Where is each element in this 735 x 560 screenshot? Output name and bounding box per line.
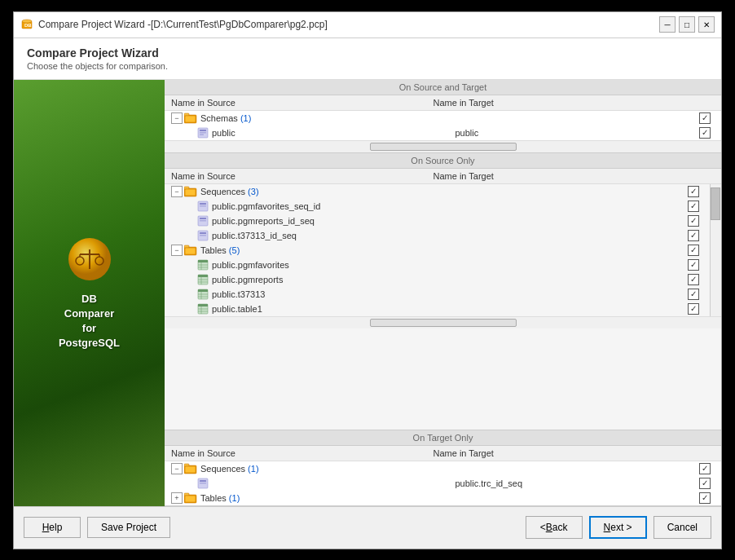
- back-button[interactable]: < Back: [526, 516, 583, 539]
- public-target: public: [452, 128, 696, 138]
- tables-folder-icon: [184, 245, 197, 256]
- svg-rect-27: [200, 232, 206, 234]
- svg-rect-12: [185, 116, 196, 122]
- header-section: Compare Project Wizard Choose the object…: [14, 38, 721, 80]
- tbl-pgmfavorites-row[interactable]: public.pgmfavorites ✓: [165, 258, 710, 272]
- sequences-check-icon[interactable]: ✓: [688, 186, 699, 197]
- seq-t37313-row[interactable]: public.t37313_id_seq ✓: [165, 228, 710, 243]
- minimize-button[interactable]: ─: [659, 16, 676, 33]
- public-checkbox[interactable]: ✓: [695, 127, 715, 139]
- title-bar: DB Compare Project Wizard -[D:\CurrentTe…: [14, 12, 721, 38]
- wizard-title: Compare Project Wizard: [27, 46, 708, 60]
- tbl-pgmfavorites-icon: [197, 259, 209, 271]
- tables-expand-icon[interactable]: −: [171, 245, 183, 256]
- tbl-table1-checkbox[interactable]: ✓: [684, 303, 703, 315]
- seq-t37313-icon: [197, 230, 209, 241]
- to-tables-label: Tables (1): [200, 493, 447, 503]
- sidebar-logo: [65, 235, 114, 284]
- schemas-group-row[interactable]: − Schemas (1) ✓: [165, 111, 721, 126]
- so-hscroll-track[interactable]: [370, 319, 517, 327]
- so-vscroll-thumb[interactable]: [711, 187, 720, 220]
- next-button[interactable]: Next >: [589, 516, 647, 539]
- seq-pgmfavorites-row[interactable]: public.pgmfavorites_seq_id ✓: [165, 199, 710, 214]
- public-label: public: [212, 128, 452, 138]
- so-col-check: [695, 171, 715, 181]
- source-and-target-section: On Source and Target Name in Source Name…: [165, 80, 721, 153]
- schemas-checkbox[interactable]: ✓: [695, 112, 715, 124]
- seq-pgmreports-row[interactable]: public.pgmreports_id_seq ✓: [165, 214, 710, 228]
- to-col-check: [695, 448, 715, 458]
- tables-group-row[interactable]: − Tables (5) ✓: [165, 243, 710, 258]
- tbl-t37313-checkbox[interactable]: ✓: [684, 289, 703, 300]
- bottom-right: < Back Next > Cancel: [526, 516, 711, 539]
- to-sequences-group-row[interactable]: − Sequences (1) ✓: [165, 461, 721, 476]
- to-trc-seq-checkbox[interactable]: ✓: [695, 478, 715, 489]
- to-column-headers: Name in Source Name in Target: [165, 446, 721, 461]
- close-button[interactable]: ✕: [698, 16, 715, 33]
- to-trc-seq-row[interactable]: public.trc_id_seq ✓: [165, 476, 721, 491]
- source-and-target-header: On Source and Target: [165, 80, 721, 95]
- schemas-label: Schemas (1): [200, 113, 447, 123]
- seq-t37313-checkbox[interactable]: ✓: [684, 230, 703, 241]
- svg-rect-56: [200, 480, 206, 482]
- seq-pgmreports-checkbox[interactable]: ✓: [684, 215, 703, 227]
- tbl-pgmreports-icon: [197, 274, 209, 285]
- svg-rect-59: [184, 493, 189, 496]
- to-sequences-expand-icon[interactable]: −: [171, 463, 183, 474]
- sequences-folder-icon: [184, 186, 197, 197]
- svg-rect-28: [200, 235, 206, 236]
- svg-rect-15: [200, 132, 206, 134]
- svg-rect-11: [184, 113, 189, 116]
- svg-text:DB: DB: [24, 23, 32, 28]
- cancel-button[interactable]: Cancel: [654, 516, 711, 539]
- maximize-button[interactable]: □: [679, 16, 695, 33]
- main-window: DB Compare Project Wizard -[D:\CurrentTe…: [13, 11, 722, 549]
- tbl-pgmfavorites-checkbox[interactable]: ✓: [684, 259, 703, 271]
- svg-rect-14: [200, 130, 206, 131]
- so-scroll-area: − Sequences (3) ✓: [165, 184, 721, 316]
- tbl-pgmreports-row[interactable]: public.pgmreports ✓: [165, 272, 710, 287]
- seq-t37313-label: public.t37313_id_seq: [212, 231, 447, 240]
- tbl-table1-icon: [197, 303, 209, 315]
- to-tables-checkbox[interactable]: ✓: [695, 492, 715, 504]
- schemas-check-icon[interactable]: ✓: [699, 112, 711, 124]
- svg-rect-33: [198, 260, 208, 262]
- tables-checkbox[interactable]: ✓: [684, 245, 703, 256]
- sat-hscroll-track[interactable]: [370, 143, 517, 151]
- svg-rect-43: [198, 289, 208, 292]
- help-button[interactable]: Help: [24, 517, 81, 538]
- svg-rect-60: [185, 496, 196, 502]
- so-vscroll[interactable]: [710, 184, 721, 316]
- title-bar-controls: ─ □ ✕: [659, 16, 715, 33]
- sequences-checkbox[interactable]: ✓: [684, 186, 703, 197]
- sat-column-headers: Name in Source Name in Target: [165, 95, 721, 111]
- to-tables-expand-icon[interactable]: +: [171, 492, 183, 504]
- so-hscroll[interactable]: [165, 316, 721, 329]
- seq-pgmreports-label: public.pgmreports_id_seq: [212, 216, 447, 226]
- tables-label: Tables (5): [200, 245, 441, 255]
- public-schema-row[interactable]: public public ✓: [165, 126, 721, 140]
- save-project-button[interactable]: Save Project: [87, 517, 170, 538]
- window-title: Compare Project Wizard -[D:\CurrentTest\…: [38, 19, 328, 30]
- public-check-icon[interactable]: ✓: [699, 127, 711, 139]
- sequences-group-row[interactable]: − Sequences (3) ✓: [165, 184, 710, 199]
- to-col-source: Name in Source: [171, 448, 434, 458]
- sequences-expand-icon[interactable]: −: [171, 186, 183, 197]
- svg-rect-16: [200, 134, 204, 135]
- to-col-target: Name in Target: [434, 448, 696, 458]
- tbl-t37313-row[interactable]: public.t37313 ✓: [165, 287, 710, 302]
- tbl-table1-label: public.table1: [212, 304, 447, 314]
- tbl-pgmreports-checkbox[interactable]: ✓: [684, 274, 703, 285]
- svg-rect-48: [198, 304, 208, 306]
- public-schema-icon: [197, 127, 209, 139]
- to-sequences-checkbox[interactable]: ✓: [695, 463, 715, 474]
- main-content: DB Comparer for PostgreSQL On Source and…: [14, 80, 721, 506]
- seq-pgmfavorites-checkbox[interactable]: ✓: [684, 201, 703, 212]
- tbl-t37313-icon: [197, 289, 209, 300]
- app-icon: DB: [20, 18, 33, 31]
- to-tables-group-row[interactable]: + Tables (1) ✓: [165, 491, 721, 505]
- svg-rect-21: [200, 203, 206, 205]
- sat-hscroll[interactable]: [165, 140, 721, 152]
- schemas-expand-icon[interactable]: −: [171, 112, 183, 124]
- tbl-table1-row[interactable]: public.table1 ✓: [165, 302, 710, 316]
